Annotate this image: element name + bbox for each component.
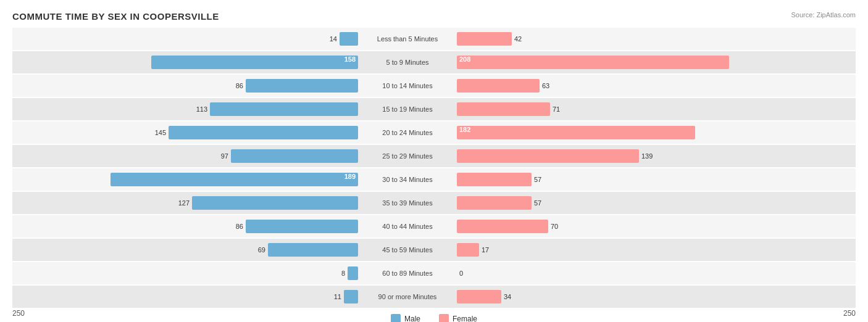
female-bar <box>457 290 501 303</box>
female-bar <box>457 102 550 116</box>
row-label: 20 to 24 Minutes <box>358 129 457 136</box>
male-value-outside: 11 <box>334 293 341 300</box>
left-section: 113 <box>12 98 358 120</box>
male-bar <box>192 196 358 210</box>
row-label: 25 to 29 Minutes <box>358 152 457 160</box>
female-value-outside: 34 <box>504 293 511 300</box>
female-bar <box>457 32 512 46</box>
right-section: 17 <box>457 239 803 261</box>
right-section: 63 <box>457 75 803 97</box>
row-label: 35 to 39 Minutes <box>358 199 457 207</box>
male-value-outside: 69 <box>258 246 265 254</box>
male-bar <box>340 32 358 46</box>
female-bar <box>457 220 548 233</box>
right-section: 57 <box>457 192 803 214</box>
male-value-outside: 97 <box>221 152 228 160</box>
female-value-outside: 57 <box>534 176 541 183</box>
bar-row: 14520 to 24 Minutes182 <box>12 122 856 144</box>
right-section: 0 <box>457 262 803 284</box>
male-bar <box>246 79 358 93</box>
left-section: 158 <box>12 51 358 73</box>
left-section: 8 <box>12 262 358 284</box>
female-value-inside: 182 <box>459 126 470 133</box>
female-bar: 208 <box>457 56 729 69</box>
right-section: 139 <box>457 145 803 167</box>
right-section: 70 <box>457 215 803 237</box>
left-section: 14 <box>12 28 358 50</box>
female-value-inside: 208 <box>459 56 470 63</box>
legend: Male Female <box>391 314 477 322</box>
male-bar <box>231 149 358 163</box>
legend-male-label: Male <box>404 315 420 322</box>
axis-label-right: 250 <box>843 309 856 322</box>
left-section: 86 <box>12 75 358 97</box>
row-label: Less than 5 Minutes <box>358 35 457 43</box>
chart-area: 14Less than 5 Minutes421585 to 9 Minutes… <box>12 28 856 308</box>
row-label: 30 to 34 Minutes <box>358 176 457 183</box>
female-value-outside: 63 <box>542 82 549 89</box>
left-section: 145 <box>12 122 358 144</box>
bar-row: 860 to 89 Minutes0 <box>12 262 856 284</box>
female-bar <box>457 196 532 210</box>
left-section: 11 <box>12 286 358 308</box>
legend-female-label: Female <box>453 315 477 322</box>
female-bar <box>457 79 540 93</box>
left-section: 69 <box>12 239 358 261</box>
bar-row: 18930 to 34 Minutes57 <box>12 168 856 191</box>
bar-row: 8610 to 14 Minutes63 <box>12 75 856 97</box>
male-bar <box>246 220 358 233</box>
legend-female: Female <box>439 314 477 322</box>
row-label: 60 to 89 Minutes <box>358 270 457 277</box>
right-section: 71 <box>457 98 803 120</box>
left-section: 97 <box>12 145 358 167</box>
male-bar: 158 <box>151 56 358 69</box>
row-label: 15 to 19 Minutes <box>358 105 457 113</box>
row-label: 45 to 59 Minutes <box>358 246 457 254</box>
male-value-inside: 158 <box>344 56 356 63</box>
male-bar <box>268 243 358 257</box>
male-value-outside: 8 <box>341 270 345 277</box>
source-text: Source: ZipAtlas.com <box>791 11 856 19</box>
right-section: 57 <box>457 168 803 191</box>
male-value-inside: 189 <box>344 173 356 180</box>
bar-row: 11315 to 19 Minutes71 <box>12 98 856 120</box>
male-value-outside: 86 <box>236 82 243 89</box>
male-bar: 189 <box>111 173 358 186</box>
bar-row: 1585 to 9 Minutes208 <box>12 51 856 73</box>
male-bar <box>348 266 358 280</box>
female-value-outside: 42 <box>514 35 522 43</box>
female-value-outside: 139 <box>641 152 653 160</box>
female-value-outside: 0 <box>459 270 463 277</box>
female-bar <box>457 149 639 163</box>
male-bar <box>344 290 358 303</box>
chart-container: COMMUTE TIME BY SEX IN COOPERSVILLE Sour… <box>0 0 868 322</box>
female-bar <box>457 243 479 257</box>
male-value-outside: 127 <box>178 199 190 207</box>
female-value-outside: 57 <box>534 199 541 207</box>
row-label: 40 to 44 Minutes <box>358 223 457 230</box>
male-value-outside: 86 <box>236 223 243 230</box>
bar-row: 12735 to 39 Minutes57 <box>12 192 856 214</box>
female-value-outside: 70 <box>551 223 558 230</box>
legend-male-box <box>391 314 401 322</box>
bar-row: 9725 to 29 Minutes139 <box>12 145 856 167</box>
male-bar <box>169 126 358 139</box>
right-section: 34 <box>457 286 803 308</box>
male-value-outside: 14 <box>330 35 337 43</box>
legend-male: Male <box>391 314 420 322</box>
row-label: 90 or more Minutes <box>358 293 457 300</box>
left-section: 127 <box>12 192 358 214</box>
row-label: 5 to 9 Minutes <box>358 59 457 66</box>
left-section: 86 <box>12 215 358 237</box>
left-section: 189 <box>12 168 358 191</box>
male-value-outside: 145 <box>155 129 166 136</box>
right-section: 182 <box>457 122 803 144</box>
chart-title: COMMUTE TIME BY SEX IN COOPERSVILLE <box>12 11 856 22</box>
female-value-outside: 17 <box>482 246 489 254</box>
bar-row: 14Less than 5 Minutes42 <box>12 28 856 50</box>
bar-row: 1190 or more Minutes34 <box>12 286 856 308</box>
bar-row: 8640 to 44 Minutes70 <box>12 215 856 237</box>
male-value-outside: 113 <box>196 105 207 113</box>
right-section: 42 <box>457 28 803 50</box>
female-value-outside: 71 <box>553 105 560 113</box>
